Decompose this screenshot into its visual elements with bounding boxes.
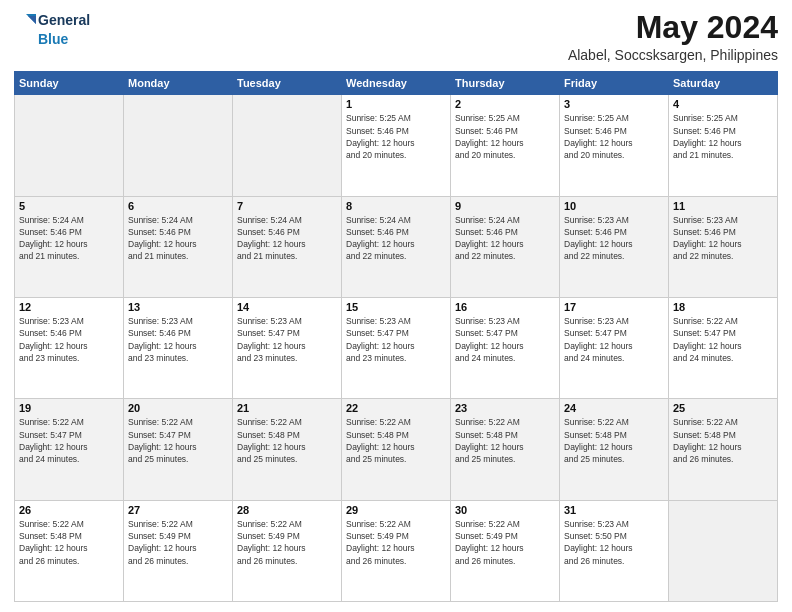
calendar-table: Sunday Monday Tuesday Wednesday Thursday… xyxy=(14,71,778,602)
calendar-cell: 31Sunrise: 5:23 AM Sunset: 5:50 PM Dayli… xyxy=(560,500,669,601)
day-info: Sunrise: 5:23 AM Sunset: 5:47 PM Dayligh… xyxy=(346,315,446,364)
calendar-cell: 21Sunrise: 5:22 AM Sunset: 5:48 PM Dayli… xyxy=(233,399,342,500)
page: General Blue May 2024 Alabel, Soccsksarg… xyxy=(0,0,792,612)
day-info: Sunrise: 5:22 AM Sunset: 5:47 PM Dayligh… xyxy=(128,416,228,465)
header-friday: Friday xyxy=(560,72,669,95)
day-number: 14 xyxy=(237,301,337,313)
calendar-cell xyxy=(669,500,778,601)
calendar-cell: 11Sunrise: 5:23 AM Sunset: 5:46 PM Dayli… xyxy=(669,196,778,297)
day-number: 8 xyxy=(346,200,446,212)
day-number: 24 xyxy=(564,402,664,414)
day-info: Sunrise: 5:25 AM Sunset: 5:46 PM Dayligh… xyxy=(564,112,664,161)
calendar-cell: 14Sunrise: 5:23 AM Sunset: 5:47 PM Dayli… xyxy=(233,297,342,398)
day-number: 25 xyxy=(673,402,773,414)
calendar-week-4: 26Sunrise: 5:22 AM Sunset: 5:48 PM Dayli… xyxy=(15,500,778,601)
logo-blue: Blue xyxy=(38,32,68,47)
day-info: Sunrise: 5:22 AM Sunset: 5:47 PM Dayligh… xyxy=(673,315,773,364)
header: General Blue May 2024 Alabel, Soccsksarg… xyxy=(14,10,778,63)
header-wednesday: Wednesday xyxy=(342,72,451,95)
day-info: Sunrise: 5:24 AM Sunset: 5:46 PM Dayligh… xyxy=(455,214,555,263)
calendar-cell: 3Sunrise: 5:25 AM Sunset: 5:46 PM Daylig… xyxy=(560,95,669,196)
day-info: Sunrise: 5:23 AM Sunset: 5:46 PM Dayligh… xyxy=(673,214,773,263)
calendar-cell: 4Sunrise: 5:25 AM Sunset: 5:46 PM Daylig… xyxy=(669,95,778,196)
header-saturday: Saturday xyxy=(669,72,778,95)
day-info: Sunrise: 5:22 AM Sunset: 5:48 PM Dayligh… xyxy=(673,416,773,465)
day-number: 31 xyxy=(564,504,664,516)
day-info: Sunrise: 5:25 AM Sunset: 5:46 PM Dayligh… xyxy=(673,112,773,161)
day-number: 15 xyxy=(346,301,446,313)
day-number: 26 xyxy=(19,504,119,516)
logo-bird-icon xyxy=(14,10,36,32)
calendar-cell: 30Sunrise: 5:22 AM Sunset: 5:49 PM Dayli… xyxy=(451,500,560,601)
calendar-cell: 5Sunrise: 5:24 AM Sunset: 5:46 PM Daylig… xyxy=(15,196,124,297)
calendar-cell: 16Sunrise: 5:23 AM Sunset: 5:47 PM Dayli… xyxy=(451,297,560,398)
day-number: 22 xyxy=(346,402,446,414)
day-info: Sunrise: 5:25 AM Sunset: 5:46 PM Dayligh… xyxy=(455,112,555,161)
day-info: Sunrise: 5:24 AM Sunset: 5:46 PM Dayligh… xyxy=(128,214,228,263)
day-info: Sunrise: 5:22 AM Sunset: 5:49 PM Dayligh… xyxy=(455,518,555,567)
day-number: 21 xyxy=(237,402,337,414)
day-number: 17 xyxy=(564,301,664,313)
day-number: 1 xyxy=(346,98,446,110)
header-sunday: Sunday xyxy=(15,72,124,95)
day-info: Sunrise: 5:22 AM Sunset: 5:47 PM Dayligh… xyxy=(19,416,119,465)
day-info: Sunrise: 5:22 AM Sunset: 5:48 PM Dayligh… xyxy=(564,416,664,465)
calendar-cell xyxy=(124,95,233,196)
calendar-cell: 15Sunrise: 5:23 AM Sunset: 5:47 PM Dayli… xyxy=(342,297,451,398)
day-info: Sunrise: 5:24 AM Sunset: 5:46 PM Dayligh… xyxy=(346,214,446,263)
day-number: 6 xyxy=(128,200,228,212)
day-info: Sunrise: 5:23 AM Sunset: 5:50 PM Dayligh… xyxy=(564,518,664,567)
day-info: Sunrise: 5:23 AM Sunset: 5:46 PM Dayligh… xyxy=(128,315,228,364)
day-number: 23 xyxy=(455,402,555,414)
day-number: 3 xyxy=(564,98,664,110)
calendar-cell: 10Sunrise: 5:23 AM Sunset: 5:46 PM Dayli… xyxy=(560,196,669,297)
day-info: Sunrise: 5:23 AM Sunset: 5:47 PM Dayligh… xyxy=(455,315,555,364)
calendar-cell: 27Sunrise: 5:22 AM Sunset: 5:49 PM Dayli… xyxy=(124,500,233,601)
day-number: 7 xyxy=(237,200,337,212)
month-year: May 2024 xyxy=(568,10,778,45)
calendar-week-1: 5Sunrise: 5:24 AM Sunset: 5:46 PM Daylig… xyxy=(15,196,778,297)
day-number: 28 xyxy=(237,504,337,516)
calendar-cell: 2Sunrise: 5:25 AM Sunset: 5:46 PM Daylig… xyxy=(451,95,560,196)
day-number: 20 xyxy=(128,402,228,414)
day-number: 10 xyxy=(564,200,664,212)
calendar-week-2: 12Sunrise: 5:23 AM Sunset: 5:46 PM Dayli… xyxy=(15,297,778,398)
day-number: 19 xyxy=(19,402,119,414)
day-info: Sunrise: 5:23 AM Sunset: 5:46 PM Dayligh… xyxy=(564,214,664,263)
day-info: Sunrise: 5:23 AM Sunset: 5:47 PM Dayligh… xyxy=(564,315,664,364)
calendar-cell: 29Sunrise: 5:22 AM Sunset: 5:49 PM Dayli… xyxy=(342,500,451,601)
calendar-cell xyxy=(15,95,124,196)
header-monday: Monday xyxy=(124,72,233,95)
calendar-cell: 28Sunrise: 5:22 AM Sunset: 5:49 PM Dayli… xyxy=(233,500,342,601)
calendar-cell: 7Sunrise: 5:24 AM Sunset: 5:46 PM Daylig… xyxy=(233,196,342,297)
day-info: Sunrise: 5:22 AM Sunset: 5:48 PM Dayligh… xyxy=(455,416,555,465)
header-tuesday: Tuesday xyxy=(233,72,342,95)
day-info: Sunrise: 5:22 AM Sunset: 5:48 PM Dayligh… xyxy=(19,518,119,567)
calendar-cell: 22Sunrise: 5:22 AM Sunset: 5:48 PM Dayli… xyxy=(342,399,451,500)
day-number: 13 xyxy=(128,301,228,313)
day-info: Sunrise: 5:22 AM Sunset: 5:48 PM Dayligh… xyxy=(237,416,337,465)
day-number: 9 xyxy=(455,200,555,212)
day-info: Sunrise: 5:22 AM Sunset: 5:49 PM Dayligh… xyxy=(346,518,446,567)
day-number: 30 xyxy=(455,504,555,516)
day-number: 16 xyxy=(455,301,555,313)
day-number: 18 xyxy=(673,301,773,313)
day-number: 4 xyxy=(673,98,773,110)
calendar-cell: 18Sunrise: 5:22 AM Sunset: 5:47 PM Dayli… xyxy=(669,297,778,398)
day-info: Sunrise: 5:24 AM Sunset: 5:46 PM Dayligh… xyxy=(19,214,119,263)
calendar-cell: 9Sunrise: 5:24 AM Sunset: 5:46 PM Daylig… xyxy=(451,196,560,297)
day-number: 12 xyxy=(19,301,119,313)
day-number: 27 xyxy=(128,504,228,516)
calendar-cell: 26Sunrise: 5:22 AM Sunset: 5:48 PM Dayli… xyxy=(15,500,124,601)
logo-general: General xyxy=(38,13,90,28)
day-info: Sunrise: 5:23 AM Sunset: 5:46 PM Dayligh… xyxy=(19,315,119,364)
day-number: 2 xyxy=(455,98,555,110)
calendar-cell: 12Sunrise: 5:23 AM Sunset: 5:46 PM Dayli… xyxy=(15,297,124,398)
calendar-cell xyxy=(233,95,342,196)
calendar-cell: 20Sunrise: 5:22 AM Sunset: 5:47 PM Dayli… xyxy=(124,399,233,500)
calendar-cell: 1Sunrise: 5:25 AM Sunset: 5:46 PM Daylig… xyxy=(342,95,451,196)
calendar-cell: 19Sunrise: 5:22 AM Sunset: 5:47 PM Dayli… xyxy=(15,399,124,500)
svg-marker-1 xyxy=(28,16,36,24)
header-thursday: Thursday xyxy=(451,72,560,95)
calendar-cell: 17Sunrise: 5:23 AM Sunset: 5:47 PM Dayli… xyxy=(560,297,669,398)
